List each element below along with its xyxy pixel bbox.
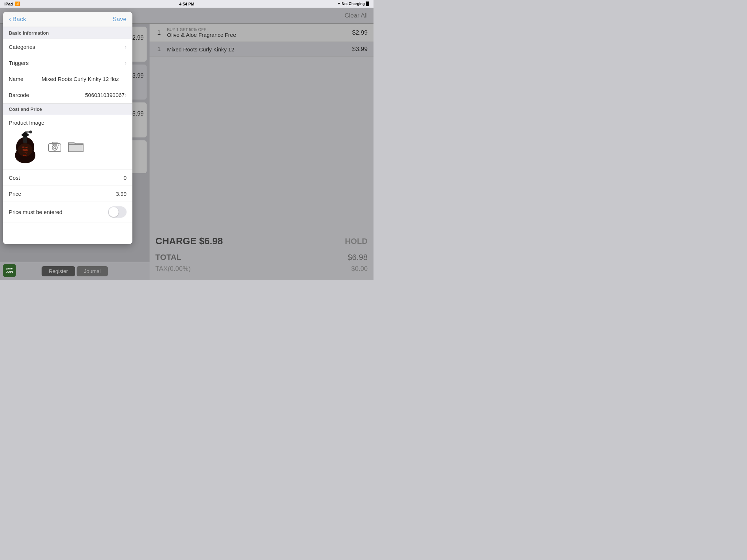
categories-row[interactable]: Categories › <box>3 39 132 55</box>
svg-point-23 <box>29 131 32 133</box>
spacer <box>3 222 132 244</box>
edit-header: ‹ Back Save <box>3 12 132 27</box>
pure-join-text: pure JOIN <box>6 267 13 274</box>
svg-text:kinky: kinky <box>23 154 27 156</box>
triggers-row[interactable]: Triggers › <box>3 55 132 71</box>
cost-row[interactable]: Cost <box>3 170 132 186</box>
status-bar-time: 4:54 PM <box>179 2 194 6</box>
basic-info-header: Basic Information <box>3 27 132 39</box>
price-must-be-entered-row: Price must be entered <box>3 202 132 222</box>
product-image-preview: Mixed Roots curly kinky <box>9 129 42 165</box>
svg-text:Roots: Roots <box>22 149 27 151</box>
svg-point-31 <box>54 147 56 149</box>
product-image-label: Product Image <box>9 120 127 126</box>
back-chevron-icon: ‹ <box>9 15 11 23</box>
status-bar: iPad 📶 4:54 PM ✦ Not Charging ▉ <box>0 0 374 8</box>
wifi-icon: 📶 <box>15 1 20 6</box>
status-bar-left: iPad 📶 <box>4 1 20 6</box>
edit-body: Basic Information Categories › Triggers … <box>3 27 132 244</box>
triggers-label: Triggers <box>9 60 42 66</box>
ipad-label: iPad <box>4 2 13 6</box>
edit-panel: ‹ Back Save Basic Information Categories… <box>3 12 132 244</box>
svg-point-30 <box>52 145 57 150</box>
cost-price-header: Cost and Price <box>3 103 132 115</box>
name-input[interactable] <box>42 76 127 82</box>
barcode-chevron-icon: › <box>125 92 127 98</box>
cost-label: Cost <box>9 175 42 181</box>
price-must-be-entered-label: Price must be entered <box>9 209 108 215</box>
back-button[interactable]: ‹ Back <box>9 15 26 23</box>
pure-join-logo: pure JOIN <box>3 264 16 277</box>
back-label: Back <box>12 16 26 23</box>
svg-rect-34 <box>69 144 83 152</box>
svg-text:curly: curly <box>23 151 28 153</box>
price-row[interactable]: Price <box>3 186 132 202</box>
camera-icon-button[interactable] <box>47 140 62 153</box>
svg-point-33 <box>58 145 59 146</box>
modal-overlay: ‹ Back Save Basic Information Categories… <box>0 0 374 280</box>
product-image-section: Product Image <box>3 115 132 170</box>
categories-label: Categories <box>9 44 42 50</box>
status-bar-right: ✦ Not Charging ▉ <box>337 2 369 6</box>
barcode-label: Barcode <box>9 92 42 98</box>
bluetooth-icon: ✦ <box>337 2 340 6</box>
folder-icon-button[interactable] <box>68 140 84 153</box>
triggers-chevron-icon: › <box>125 60 127 66</box>
price-input[interactable] <box>42 191 127 197</box>
name-label: Name <box>9 76 42 82</box>
battery-icon: ▉ <box>366 2 369 6</box>
product-image-row: Mixed Roots curly kinky <box>9 129 127 165</box>
name-row[interactable]: Name <box>3 71 132 87</box>
svg-text:Mixed: Mixed <box>22 146 28 148</box>
barcode-input[interactable] <box>42 92 125 98</box>
cost-input[interactable] <box>42 175 127 181</box>
svg-point-21 <box>23 132 27 136</box>
not-charging-label: Not Charging <box>342 2 365 6</box>
toggle-knob <box>109 207 119 217</box>
barcode-row[interactable]: Barcode › <box>3 87 132 103</box>
categories-chevron-icon: › <box>125 44 127 50</box>
price-label: Price <box>9 191 42 197</box>
price-must-be-entered-toggle[interactable] <box>108 206 127 218</box>
save-button[interactable]: Save <box>112 16 127 23</box>
